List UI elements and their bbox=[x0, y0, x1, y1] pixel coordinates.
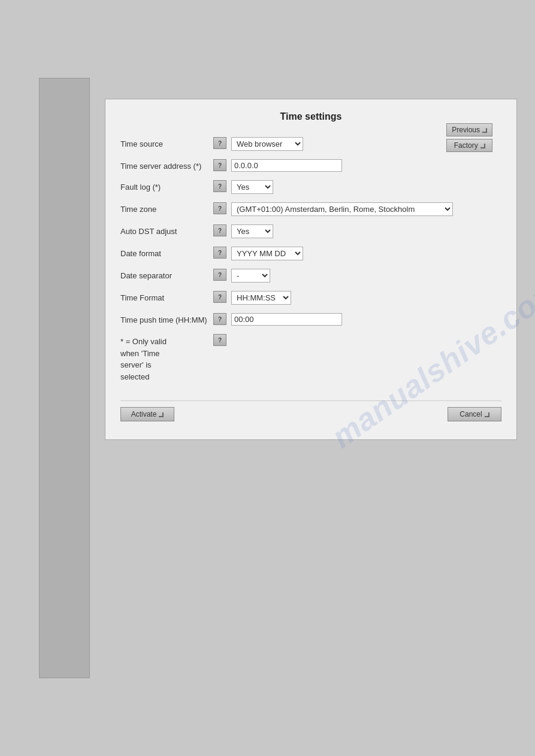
factory-button[interactable]: Factory bbox=[446, 139, 492, 152]
time-format-control: HH:MM:SS HH:MM bbox=[231, 291, 501, 305]
activate-button[interactable]: Activate bbox=[120, 407, 174, 421]
date-format-select[interactable]: YYYY MM DD MM DD YYYY DD MM YYYY bbox=[231, 247, 303, 260]
footnote-row: * = Only validwhen 'Timeserver' isselect… bbox=[120, 334, 501, 382]
time-server-address-label: Time server address (*) bbox=[120, 159, 213, 172]
sidebar bbox=[39, 78, 90, 678]
time-server-address-control bbox=[231, 159, 501, 172]
auto-dst-help-icon[interactable]: ? bbox=[213, 224, 226, 236]
cancel-button[interactable]: Cancel bbox=[448, 407, 501, 421]
auto-dst-label: Auto DST adjust bbox=[120, 224, 213, 237]
time-server-address-help-icon[interactable]: ? bbox=[213, 159, 226, 171]
date-separator-row: Date separator ? - / . bbox=[120, 269, 501, 283]
date-format-row: Date format ? YYYY MM DD MM DD YYYY DD M… bbox=[120, 247, 501, 260]
fault-log-help-icon[interactable]: ? bbox=[213, 180, 226, 192]
previous-button[interactable]: Previous bbox=[446, 123, 492, 136]
time-zone-row: Time zone ? (GMT+01:00) Amsterdam, Berli… bbox=[120, 202, 501, 216]
fault-log-select[interactable]: Yes No bbox=[231, 180, 273, 194]
auto-dst-control: Yes No bbox=[231, 224, 501, 238]
auto-dst-row: Auto DST adjust ? Yes No bbox=[120, 224, 501, 238]
date-format-label: Date format bbox=[120, 247, 213, 259]
time-zone-help-icon[interactable]: ? bbox=[213, 202, 226, 214]
footnote-text: * = Only validwhen 'Timeserver' isselect… bbox=[120, 337, 167, 381]
time-format-row: Time Format ? HH:MM:SS HH:MM bbox=[120, 291, 501, 305]
time-zone-control: (GMT+01:00) Amsterdam, Berlin, Rome, Sto… bbox=[231, 202, 501, 216]
date-separator-control: - / . bbox=[231, 269, 501, 283]
date-format-help-icon[interactable]: ? bbox=[213, 247, 226, 259]
main-panel: Previous Factory Time settings Time sour… bbox=[105, 99, 517, 440]
time-zone-label: Time zone bbox=[120, 202, 213, 215]
time-push-time-input[interactable] bbox=[231, 313, 342, 326]
date-format-control: YYYY MM DD MM DD YYYY DD MM YYYY bbox=[231, 247, 501, 260]
time-zone-select[interactable]: (GMT+01:00) Amsterdam, Berlin, Rome, Sto… bbox=[231, 202, 453, 216]
top-right-buttons: Previous Factory bbox=[446, 123, 492, 152]
auto-dst-select[interactable]: Yes No bbox=[231, 224, 273, 238]
time-push-time-control bbox=[231, 313, 501, 326]
time-push-time-row: Time push time (HH:MM) ? bbox=[120, 313, 501, 326]
time-push-time-help-icon[interactable]: ? bbox=[213, 313, 226, 325]
time-source-label: Time source bbox=[120, 137, 213, 150]
time-format-select[interactable]: HH:MM:SS HH:MM bbox=[231, 291, 291, 305]
footnote-label: * = Only validwhen 'Timeserver' isselect… bbox=[120, 334, 213, 382]
fault-log-label: Fault log (*) bbox=[120, 180, 213, 193]
time-server-address-input[interactable] bbox=[231, 159, 342, 172]
fault-log-row: Fault log (*) ? Yes No bbox=[120, 180, 501, 194]
footnote-help-icon[interactable]: ? bbox=[213, 334, 226, 346]
date-separator-help-icon[interactable]: ? bbox=[213, 269, 226, 281]
bottom-bar: Activate Cancel bbox=[120, 400, 501, 421]
time-push-time-label: Time push time (HH:MM) bbox=[120, 313, 213, 326]
date-separator-label: Date separator bbox=[120, 269, 213, 281]
page-title: Time settings bbox=[120, 111, 501, 122]
time-source-row: Time source ? Web browser Time server Ma… bbox=[120, 137, 501, 151]
date-separator-select[interactable]: - / . bbox=[231, 269, 270, 283]
time-source-select[interactable]: Web browser Time server Manual bbox=[231, 137, 303, 151]
time-source-help-icon[interactable]: ? bbox=[213, 137, 226, 149]
time-server-address-row: Time server address (*) ? bbox=[120, 159, 501, 172]
time-format-help-icon[interactable]: ? bbox=[213, 291, 226, 303]
time-format-label: Time Format bbox=[120, 291, 213, 303]
fault-log-control: Yes No bbox=[231, 180, 501, 194]
